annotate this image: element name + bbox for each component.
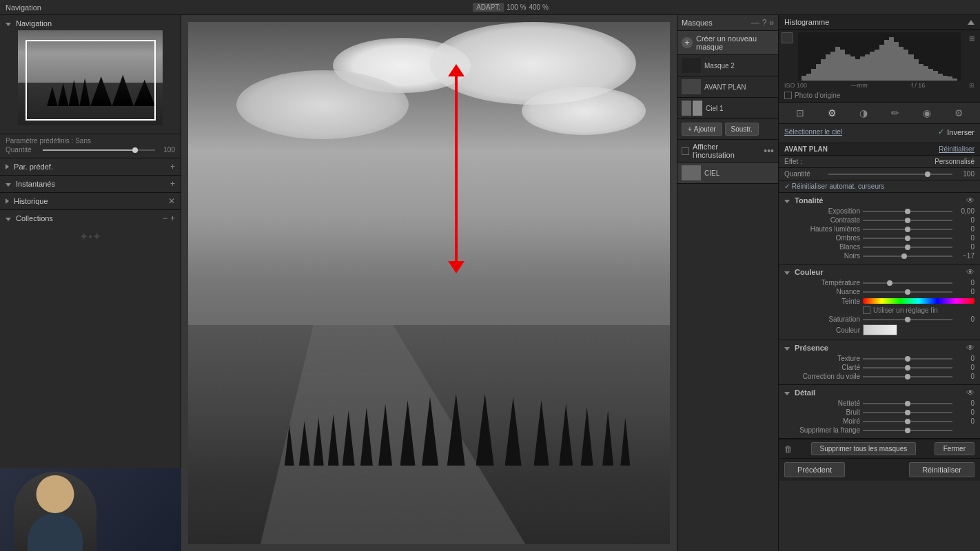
contraste-slider[interactable]: [863, 220, 952, 221]
presence-title: Présence: [795, 344, 828, 352]
reinitialiser-button[interactable]: Réinitialiser: [909, 462, 974, 477]
supprimer-frange-thumb[interactable]: [905, 428, 910, 433]
bruit-slider[interactable]: [863, 412, 952, 413]
temperature-slider[interactable]: [863, 282, 952, 284]
clarte-thumb[interactable]: [905, 365, 910, 371]
instantanes-plus-icon[interactable]: +: [170, 179, 175, 189]
precedent-button[interactable]: Précédent: [784, 462, 845, 477]
instantanes-section[interactable]: Instantanés +: [0, 176, 181, 193]
supprimer-frange-slider[interactable]: [863, 430, 952, 431]
left-panel: Navigation Paramètre prédéfinis : Sans Q…: [0, 15, 181, 551]
couleur-swatch[interactable]: [863, 324, 897, 335]
adjust-tool-icon[interactable]: ⚙: [825, 106, 839, 120]
supprimer-button[interactable]: Supprimer tous les masques: [811, 442, 917, 455]
contraste-thumb[interactable]: [905, 218, 910, 223]
quantite-thumb[interactable]: [132, 147, 138, 153]
mask-item-masque2[interactable]: Masque 2: [677, 55, 778, 76]
correction-voile-thumb[interactable]: [905, 374, 910, 380]
detail-header[interactable]: Détail 👁: [784, 388, 974, 397]
teinte-gradient[interactable]: [863, 298, 974, 304]
retouch-tool-icon[interactable]: ✏: [888, 106, 902, 120]
clarte-value: 0: [955, 364, 974, 371]
arrow-line: [455, 76, 458, 262]
nuance-slider[interactable]: [863, 291, 952, 293]
ombres-thumb[interactable]: [905, 236, 910, 241]
clarte-slider[interactable]: [863, 367, 952, 368]
correction-voile-slider[interactable]: [863, 376, 952, 377]
texture-thumb[interactable]: [905, 356, 910, 362]
nav-label: Navigation: [6, 3, 41, 12]
moire-thumb[interactable]: [905, 419, 910, 424]
saturation-thumb[interactable]: [905, 317, 910, 322]
temperature-thumb[interactable]: [887, 280, 892, 286]
hautes-lumieres-slider[interactable]: [863, 229, 952, 230]
par-predef-plus-icon[interactable]: +: [170, 162, 175, 171]
texture-slider[interactable]: [863, 358, 952, 360]
collections-plus-icon[interactable]: +: [170, 214, 175, 223]
sky-quantite-slider[interactable]: [828, 174, 952, 175]
nav-triangle-icon: [6, 23, 11, 26]
hautes-lumieres-thumb[interactable]: [905, 227, 910, 232]
hist-bar: [875, 50, 879, 81]
collections-triangle-icon[interactable]: [6, 218, 11, 221]
couleur-eye-icon[interactable]: 👁: [966, 267, 974, 277]
navigation-header[interactable]: Navigation: [6, 19, 175, 28]
noirs-slider[interactable]: [863, 256, 952, 257]
nuance-thumb[interactable]: [905, 289, 910, 295]
presence-eye-icon[interactable]: 👁: [966, 343, 974, 353]
mask-item-avant-plan[interactable]: AVANT PLAN: [677, 76, 778, 98]
afficher-dots-icon[interactable]: •••: [764, 145, 774, 156]
hist-bar: [870, 52, 875, 81]
exposition-slider[interactable]: [863, 211, 952, 212]
red-arrow: [448, 64, 465, 273]
tonalite-header[interactable]: Tonalité 👁: [784, 196, 974, 205]
tonalite-eye-icon[interactable]: 👁: [966, 196, 974, 205]
blancs-thumb[interactable]: [905, 245, 910, 250]
adjustments-panel: Histogramme: [779, 15, 980, 551]
new-mask-button[interactable]: + Créer un nouveau masque: [677, 31, 778, 55]
remove-button[interactable]: Soustr.: [725, 123, 759, 136]
blancs-slider[interactable]: [863, 247, 952, 248]
collections-minus-icon[interactable]: −: [163, 214, 167, 223]
saturation-slider[interactable]: [863, 319, 952, 320]
afficher-checkbox[interactable]: [682, 147, 689, 155]
sky-quantite-thumb[interactable]: [925, 171, 930, 177]
texture-label: Texture: [784, 355, 860, 362]
ombres-slider[interactable]: [863, 238, 952, 239]
reinit-auto-row[interactable]: ✓ Réinitialiser automat. curseurs: [779, 180, 980, 193]
masks-info-icon[interactable]: ?: [762, 18, 767, 28]
quantite-slider[interactable]: [43, 149, 155, 151]
photo-origin-checkbox[interactable]: [784, 92, 792, 99]
nettete-slider[interactable]: [863, 403, 952, 404]
nettete-thumb[interactable]: [905, 401, 910, 406]
personnalise-label: Personnalisé: [935, 158, 974, 165]
presence-header[interactable]: Présence 👁: [784, 343, 974, 353]
redeye-tool-icon[interactable]: ◉: [920, 106, 934, 120]
mask-item-ciel1[interactable]: Ciel 1: [677, 98, 778, 119]
bruit-thumb[interactable]: [905, 410, 910, 415]
couleur-header[interactable]: Couleur 👁: [784, 267, 974, 277]
mask-tool-icon[interactable]: ◑: [857, 106, 870, 120]
inverser-label: Inverser: [947, 128, 974, 136]
utiliser-checkbox[interactable]: [863, 306, 870, 314]
hist-bar: [933, 71, 938, 81]
historique-section[interactable]: Historique ✕: [0, 193, 181, 210]
ciel-row[interactable]: CIEL: [677, 163, 778, 183]
noirs-thumb[interactable]: [901, 253, 907, 259]
hist-bar: [840, 50, 845, 81]
hist-bar: [821, 59, 826, 81]
histogram-arrow-icon[interactable]: [968, 20, 974, 25]
settings-tool-icon[interactable]: ⚙: [952, 106, 966, 120]
historique-x-icon[interactable]: ✕: [168, 196, 175, 206]
detail-eye-icon[interactable]: 👁: [966, 388, 974, 397]
add-button[interactable]: + Ajouter: [682, 123, 722, 136]
reinitialiser-link[interactable]: Réinitialiser: [939, 145, 974, 153]
moire-slider[interactable]: [863, 421, 952, 422]
crop-tool-icon[interactable]: ⊡: [793, 106, 807, 120]
reinitialiser-bottom-label: Réinitialiser: [922, 466, 961, 474]
exposition-thumb[interactable]: [905, 209, 910, 214]
fermer-button[interactable]: Fermer: [935, 442, 974, 455]
par-predef-section[interactable]: Par. prédef. +: [0, 158, 181, 176]
sky-select-button[interactable]: Sélectionner le ciel: [784, 128, 842, 136]
masks-expand-icon[interactable]: »: [769, 18, 774, 28]
